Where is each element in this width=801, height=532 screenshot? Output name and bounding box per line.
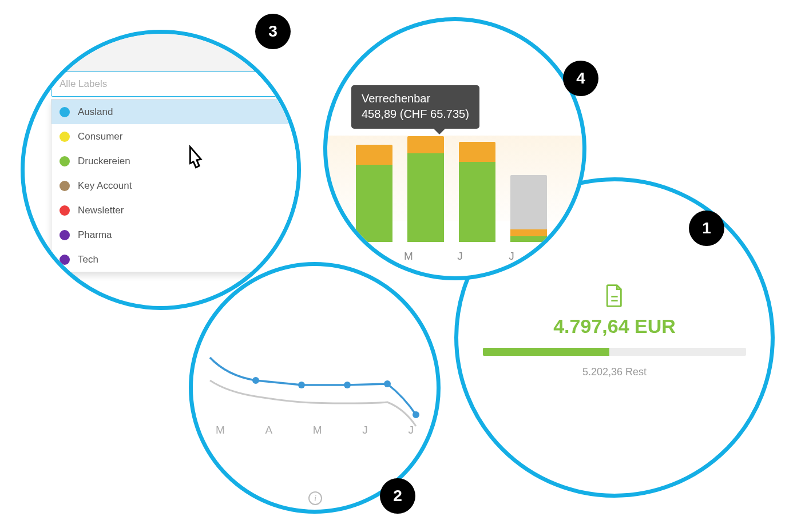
bar-J2 [510,175,547,242]
labels-select-placeholder: Alle Labels [60,78,107,90]
svg-point-3 [298,382,305,388]
svg-point-2 [252,377,259,384]
badge-4: 4 [563,61,598,96]
badge-3: 3 [255,14,291,49]
badge-1: 1 [689,211,724,246]
spotlight-3-labels-dropdown: Alle Labels AuslandConsumerDruckereienKe… [21,30,301,310]
spotlight-4-bar-chart: Verrechenbar 458,89 (CHF 65.735) [323,17,586,280]
info-icon[interactable]: i [308,491,322,505]
label-color-dot [60,255,70,265]
budget-rest: 5.202,36 Rest [582,366,647,378]
budget-widget: 4.797,64 EUR 5.202,36 Rest [458,284,771,378]
label-option[interactable]: Ausland [51,100,301,124]
svg-point-5 [384,380,391,387]
tooltip-title: Verrechenbar [362,91,469,106]
label-option-text: Consumer [78,131,122,142]
svg-point-6 [413,411,419,418]
line-chart [204,335,433,460]
chart-tooltip: Verrechenbar 458,89 (CHF 65.735) [351,85,479,129]
bar-chart [344,130,571,242]
pointer-cursor-icon [182,144,208,175]
labels-options-list: AuslandConsumerDruckereienKey AccountNew… [51,99,301,272]
label-option[interactable]: Druckereien [51,149,301,173]
bar-A [356,145,392,242]
line-x-axis-labels: M A M J J [210,424,419,436]
budget-amount: 4.797,64 EUR [553,315,676,338]
label-option[interactable]: Key Account [51,173,301,198]
label-color-dot [60,205,70,216]
label-color-dot [60,107,70,117]
svg-point-4 [344,382,351,388]
label-option-text: Key Account [78,180,132,192]
label-color-dot [60,156,70,166]
badge-2: 2 [380,478,415,514]
bars-row [344,133,571,242]
labels-select[interactable]: Alle Labels [51,72,301,97]
label-option[interactable]: Tech [51,247,301,272]
label-option[interactable]: Consumer [51,124,301,149]
label-option-text: Ausland [78,106,113,118]
label-option-text: Newsletter [78,205,124,216]
label-option[interactable]: Pharma [51,223,301,247]
budget-progress [483,348,746,356]
bar-J1 [459,142,495,242]
label-option[interactable]: Newsletter [51,198,301,223]
tooltip-value: 458,89 (CHF 65.735) [362,106,469,122]
label-color-dot [60,132,70,142]
label-color-dot [60,181,70,191]
bar-M [407,136,444,242]
document-icon [605,284,624,309]
budget-progress-fill [483,348,609,356]
label-option-text: Tech [78,254,98,265]
label-color-dot [60,230,70,240]
spotlight-2-line-chart: M A M J J i [189,262,441,514]
label-option-text: Pharma [78,229,112,241]
label-option-text: Druckereien [78,156,130,167]
